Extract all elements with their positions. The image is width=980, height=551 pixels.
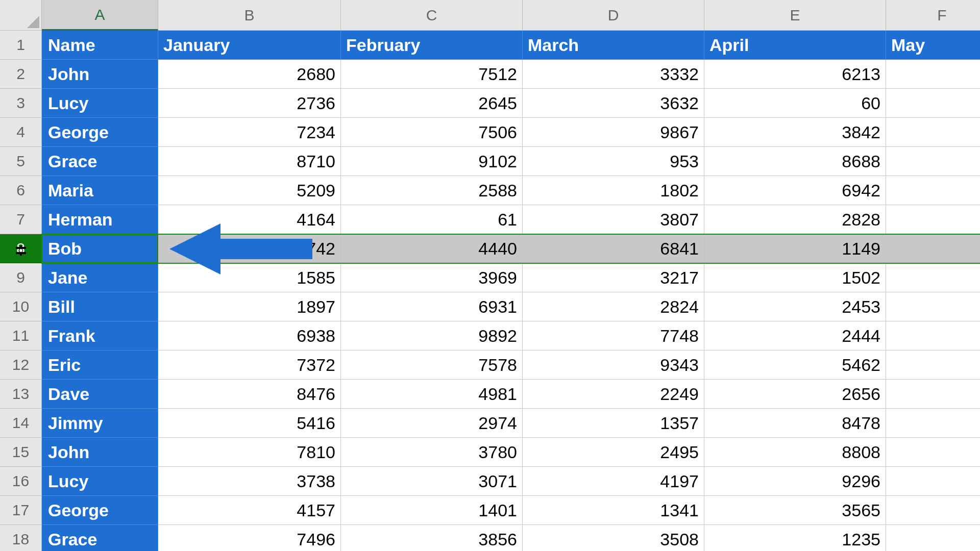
value-cell[interactable]: 2588: [341, 176, 523, 205]
header-month[interactable]: April: [704, 31, 886, 60]
value-cell[interactable]: 2974: [341, 409, 523, 438]
row-header-3[interactable]: 3: [0, 89, 42, 118]
value-cell[interactable]: 1897: [158, 292, 341, 321]
value-cell[interactable]: [886, 147, 980, 176]
col-header-C[interactable]: C: [341, 0, 523, 31]
value-cell[interactable]: 2680: [158, 60, 341, 89]
value-cell[interactable]: 6942: [704, 176, 886, 205]
name-cell[interactable]: Jimmy: [42, 409, 158, 438]
value-cell[interactable]: [886, 350, 980, 380]
col-header-A[interactable]: A: [42, 0, 158, 31]
value-cell[interactable]: 7372: [158, 350, 341, 380]
value-cell[interactable]: 6938: [158, 321, 341, 350]
col-header-E[interactable]: E: [704, 0, 886, 31]
row-header-2[interactable]: 2: [0, 60, 42, 89]
value-cell[interactable]: 9343: [523, 350, 704, 380]
value-cell[interactable]: 7506: [341, 118, 523, 147]
name-cell[interactable]: Eric: [42, 350, 158, 380]
row-header-11[interactable]: 11: [0, 321, 42, 350]
value-cell[interactable]: 7748: [523, 321, 704, 350]
name-cell[interactable]: George: [42, 496, 158, 525]
value-cell[interactable]: 4981: [341, 380, 523, 409]
row-header-1[interactable]: 1: [0, 31, 42, 60]
value-cell[interactable]: 3332: [523, 60, 704, 89]
value-cell[interactable]: 8478: [704, 409, 886, 438]
value-cell[interactable]: 742: [158, 234, 341, 263]
row-header-18[interactable]: 18: [0, 525, 42, 551]
value-cell[interactable]: 4197: [523, 467, 704, 496]
value-cell[interactable]: 7810: [158, 438, 341, 467]
value-cell[interactable]: 8476: [158, 380, 341, 409]
row-header-14[interactable]: 14: [0, 409, 42, 438]
name-cell[interactable]: Maria: [42, 176, 158, 205]
header-month[interactable]: January: [158, 31, 341, 60]
name-cell[interactable]: George: [42, 118, 158, 147]
value-cell[interactable]: [886, 234, 980, 263]
value-cell[interactable]: 3071: [341, 467, 523, 496]
value-cell[interactable]: 9867: [523, 118, 704, 147]
value-cell[interactable]: [886, 292, 980, 321]
value-cell[interactable]: 8808: [704, 438, 886, 467]
value-cell[interactable]: 3508: [523, 525, 704, 551]
name-cell[interactable]: Herman: [42, 205, 158, 234]
value-cell[interactable]: 7512: [341, 60, 523, 89]
row-header-12[interactable]: 12: [0, 350, 42, 380]
value-cell[interactable]: 1502: [704, 263, 886, 292]
value-cell[interactable]: 953: [523, 147, 704, 176]
value-cell[interactable]: 9296: [704, 467, 886, 496]
value-cell[interactable]: 61: [341, 205, 523, 234]
value-cell[interactable]: [886, 205, 980, 234]
row-header-9[interactable]: 9: [0, 263, 42, 292]
row-header-5[interactable]: 5: [0, 147, 42, 176]
value-cell[interactable]: 3842: [704, 118, 886, 147]
value-cell[interactable]: [886, 496, 980, 525]
row-header-4[interactable]: 4: [0, 118, 42, 147]
value-cell[interactable]: 9102: [341, 147, 523, 176]
value-cell[interactable]: [886, 380, 980, 409]
value-cell[interactable]: 4157: [158, 496, 341, 525]
value-cell[interactable]: 2645: [341, 89, 523, 118]
value-cell[interactable]: [886, 525, 980, 551]
name-cell[interactable]: John: [42, 60, 158, 89]
name-cell[interactable]: Dave: [42, 380, 158, 409]
value-cell[interactable]: [886, 176, 980, 205]
value-cell[interactable]: 3738: [158, 467, 341, 496]
value-cell[interactable]: [886, 60, 980, 89]
select-all-corner[interactable]: [0, 0, 42, 31]
name-cell[interactable]: Lucy: [42, 89, 158, 118]
value-cell[interactable]: [886, 409, 980, 438]
value-cell[interactable]: 1341: [523, 496, 704, 525]
row-header-15[interactable]: 15: [0, 438, 42, 467]
header-month[interactable]: March: [523, 31, 704, 60]
value-cell[interactable]: 6213: [704, 60, 886, 89]
row-header-6[interactable]: 6: [0, 176, 42, 205]
value-cell[interactable]: 60: [704, 89, 886, 118]
value-cell[interactable]: 3856: [341, 525, 523, 551]
name-cell[interactable]: Lucy: [42, 467, 158, 496]
value-cell[interactable]: 1235: [704, 525, 886, 551]
col-header-F[interactable]: F: [886, 0, 980, 31]
value-cell[interactable]: 2828: [704, 205, 886, 234]
value-cell[interactable]: 5416: [158, 409, 341, 438]
value-cell[interactable]: 5462: [704, 350, 886, 380]
name-cell[interactable]: Bill: [42, 292, 158, 321]
value-cell[interactable]: 2495: [523, 438, 704, 467]
value-cell[interactable]: 3807: [523, 205, 704, 234]
value-cell[interactable]: 2444: [704, 321, 886, 350]
value-cell[interactable]: 5209: [158, 176, 341, 205]
value-cell[interactable]: [886, 321, 980, 350]
value-cell[interactable]: 4164: [158, 205, 341, 234]
value-cell[interactable]: 4440: [341, 234, 523, 263]
value-cell[interactable]: 7578: [341, 350, 523, 380]
value-cell[interactable]: [886, 467, 980, 496]
value-cell[interactable]: 1585: [158, 263, 341, 292]
value-cell[interactable]: 3632: [523, 89, 704, 118]
value-cell[interactable]: [886, 263, 980, 292]
value-cell[interactable]: 7234: [158, 118, 341, 147]
value-cell[interactable]: 9892: [341, 321, 523, 350]
name-cell[interactable]: Frank: [42, 321, 158, 350]
value-cell[interactable]: 1149: [704, 234, 886, 263]
value-cell[interactable]: 2824: [523, 292, 704, 321]
row-header-16[interactable]: 16: [0, 467, 42, 496]
value-cell[interactable]: [886, 89, 980, 118]
